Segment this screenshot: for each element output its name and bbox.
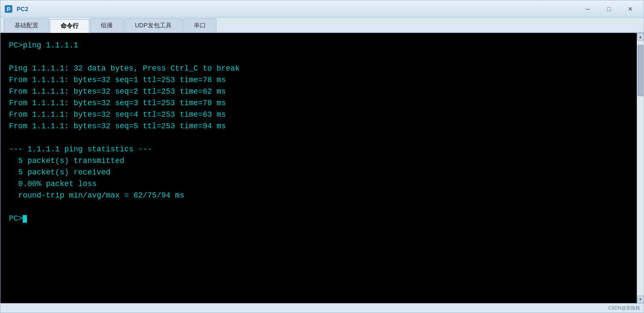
tab-udp-tool[interactable]: UDP发包工具 (124, 18, 182, 32)
scroll-thumb[interactable] (638, 45, 643, 96)
svg-text:P: P (7, 6, 10, 12)
window-controls: ─ □ ✕ (578, 3, 640, 15)
content-area: PC>ping 1.1.1.1 Ping 1.1.1.1: 32 data by… (0, 33, 644, 303)
tab-serial[interactable]: 串口 (183, 18, 217, 32)
tab-multicast[interactable]: 组播 (90, 18, 123, 32)
main-window: P PC2 ─ □ ✕ 基础配置 命令行 组播 UDP发包工具 串口 PC>pi… (0, 0, 644, 313)
terminal-output[interactable]: PC>ping 1.1.1.1 Ping 1.1.1.1: 32 data by… (0, 33, 637, 303)
maximize-button[interactable]: □ (599, 3, 619, 15)
vertical-scrollbar[interactable]: ▲ ▼ (637, 33, 644, 303)
scroll-track[interactable] (637, 41, 644, 295)
tab-bar: 基础配置 命令行 组播 UDP发包工具 串口 (0, 18, 644, 33)
tab-command-line[interactable]: 命令行 (50, 19, 89, 33)
status-text: CSDN@茶格格 (608, 305, 640, 311)
close-button[interactable]: ✕ (621, 3, 640, 15)
minimize-button[interactable]: ─ (578, 3, 597, 15)
scroll-down-arrow[interactable]: ▼ (637, 295, 644, 303)
tab-basic-config[interactable]: 基础配置 (4, 18, 49, 32)
status-bar: CSDN@茶格格 (0, 303, 644, 313)
window-title: PC2 (17, 6, 578, 12)
title-bar: P PC2 ─ □ ✕ (0, 0, 644, 18)
scroll-up-arrow[interactable]: ▲ (637, 33, 644, 41)
app-icon: P (4, 4, 13, 14)
